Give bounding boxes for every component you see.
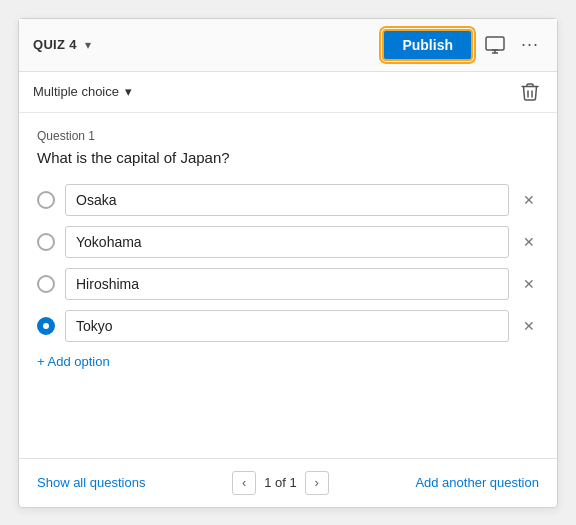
pagination: ‹ 1 of 1 › (232, 471, 329, 495)
option-input-4[interactable] (65, 310, 509, 342)
option-row: ✕ (37, 184, 539, 216)
header-chevron-icon[interactable]: ▾ (85, 38, 91, 52)
option-radio-4[interactable] (37, 317, 55, 335)
option-row: ✕ (37, 268, 539, 300)
delete-question-button[interactable] (517, 80, 543, 104)
page-info: 1 of 1 (264, 475, 297, 490)
options-list: ✕ ✕ ✕ ✕ (37, 184, 539, 342)
question-type-chevron-icon: ▾ (125, 84, 132, 99)
card-toolbar: Multiple choice ▾ (19, 72, 557, 113)
header-left: QUIZ 4 ▾ (33, 37, 91, 52)
option-radio-1[interactable] (37, 191, 55, 209)
question-type-selector[interactable]: Multiple choice ▾ (33, 84, 132, 99)
option-row: ✕ (37, 310, 539, 342)
card-header: QUIZ 4 ▾ Publish ··· (19, 19, 557, 72)
remove-option-2-button[interactable]: ✕ (519, 232, 539, 252)
more-icon: ··· (521, 34, 539, 55)
remove-option-3-button[interactable]: ✕ (519, 274, 539, 294)
option-radio-2[interactable] (37, 233, 55, 251)
quiz-card: QUIZ 4 ▾ Publish ··· Multiple choice ▾ (18, 18, 558, 508)
more-button[interactable]: ··· (517, 32, 543, 57)
add-option-button[interactable]: + Add option (37, 354, 110, 369)
add-another-question-link[interactable]: Add another question (415, 475, 539, 490)
option-input-3[interactable] (65, 268, 509, 300)
screen-icon (485, 36, 505, 54)
trash-icon (521, 82, 539, 102)
remove-option-4-button[interactable]: ✕ (519, 316, 539, 336)
option-radio-3[interactable] (37, 275, 55, 293)
svg-rect-0 (486, 37, 504, 50)
option-row: ✕ (37, 226, 539, 258)
quiz-title: QUIZ 4 (33, 37, 77, 52)
option-input-2[interactable] (65, 226, 509, 258)
prev-page-button[interactable]: ‹ (232, 471, 256, 495)
remove-option-1-button[interactable]: ✕ (519, 190, 539, 210)
question-type-label: Multiple choice (33, 84, 119, 99)
question-text: What is the capital of Japan? (37, 149, 539, 166)
option-input-1[interactable] (65, 184, 509, 216)
card-body: Question 1 What is the capital of Japan?… (19, 113, 557, 458)
publish-button[interactable]: Publish (382, 29, 473, 61)
screen-button[interactable] (481, 34, 509, 56)
show-all-questions-link[interactable]: Show all questions (37, 475, 145, 490)
next-page-button[interactable]: › (305, 471, 329, 495)
question-number: Question 1 (37, 129, 539, 143)
card-footer: Show all questions ‹ 1 of 1 › Add anothe… (19, 458, 557, 507)
header-right: Publish ··· (382, 29, 543, 61)
